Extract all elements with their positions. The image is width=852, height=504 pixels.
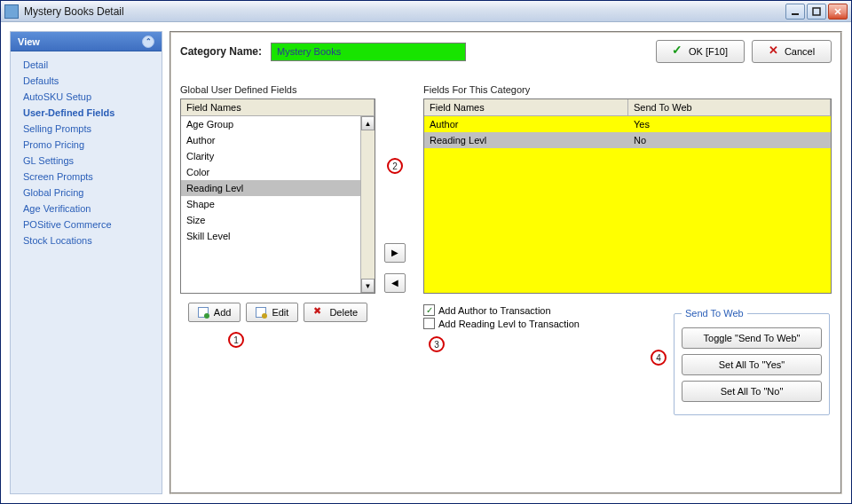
svg-rect-0 — [792, 13, 799, 15]
list-item[interactable]: Shape — [181, 196, 375, 212]
category-name-label: Category Name: — [180, 45, 262, 58]
send-to-web-legend: Send To Web — [682, 308, 747, 319]
header-row: Category Name: OK [F10] Cancel — [180, 40, 832, 63]
main-panel: Category Name: OK [F10] Cancel — [170, 31, 842, 494]
toggle-send-to-web-button[interactable]: Toggle "Send To Web" — [682, 327, 822, 349]
category-fields-header: Field Names Send To Web — [424, 99, 831, 116]
set-all-no-button[interactable]: Set All To "No" — [682, 381, 822, 402]
delete-button[interactable]: Delete — [304, 303, 367, 322]
send-to-web-group: Send To Web Toggle "Send To Web" Set All… — [674, 308, 830, 415]
svg-rect-1 — [813, 8, 820, 15]
list-item[interactable]: Skill Level — [181, 228, 375, 244]
sidebar-item-selling-prompts[interactable]: Selling Prompts — [11, 121, 162, 137]
list-item[interactable]: Color — [181, 164, 375, 180]
window-controls — [785, 4, 848, 20]
ok-button[interactable]: OK [F10] — [656, 40, 745, 63]
global-fields-listbox[interactable]: Field Names Age Group Author Clarity Col… — [180, 98, 375, 294]
sidebar-item-positive-commerce[interactable]: POSitive Commerce — [11, 217, 162, 232]
maximize-button[interactable] — [807, 4, 826, 20]
set-all-yes-button[interactable]: Set All To "Yes" — [682, 354, 822, 375]
add-button[interactable]: Add — [188, 303, 241, 322]
cross-icon — [769, 46, 779, 57]
sidebar-item-promo-pricing[interactable]: Promo Pricing — [11, 137, 162, 153]
new-doc-icon — [198, 307, 209, 318]
window-title: Mystery Books Detail — [24, 5, 785, 18]
sidebar-item-screen-prompts[interactable]: Screen Prompts — [11, 169, 162, 185]
cancel-button[interactable]: Cancel — [752, 40, 832, 63]
minimize-button[interactable] — [785, 4, 805, 20]
sidebar-item-gl-settings[interactable]: GL Settings — [11, 153, 162, 169]
table-row[interactable]: Author Yes — [424, 116, 831, 132]
scroll-down-icon[interactable]: ▼ — [361, 279, 375, 293]
delete-icon — [313, 307, 324, 318]
global-fields-title: Global User Defined Fields — [180, 84, 375, 95]
sidebar-item-autosku[interactable]: AutoSKU Setup — [11, 89, 162, 105]
category-fields-listbox[interactable]: Field Names Send To Web Author Yes Readi… — [423, 98, 832, 294]
move-left-button[interactable]: ◀ — [384, 273, 406, 293]
right-lower-controls: ✓ Add Author to Transaction Add Reading … — [423, 303, 832, 415]
window-frame: Mystery Books Detail View ⌃ Detail Defau… — [0, 0, 852, 504]
content-area: View ⌃ Detail Defaults AutoSKU Setup Use… — [1, 22, 851, 503]
fields-columns: Global User Defined Fields Field Names A… — [180, 84, 832, 415]
check-icon — [673, 46, 683, 57]
list-item[interactable]: Reading Levl — [181, 180, 375, 196]
sidebar-items: Detail Defaults AutoSKU Setup User-Defin… — [11, 51, 162, 254]
sidebar-header-label: View — [18, 36, 40, 47]
global-fields-header: Field Names — [181, 99, 375, 116]
sidebar-item-defaults[interactable]: Defaults — [11, 73, 162, 89]
scrollbar[interactable]: ▲ ▼ — [360, 116, 375, 293]
collapse-chevron-icon[interactable]: ⌃ — [142, 35, 154, 48]
category-fields-title: Fields For This Category — [423, 84, 832, 95]
close-button[interactable] — [828, 4, 848, 20]
sidebar-item-stock-locations[interactable]: Stock Locations — [11, 232, 162, 248]
list-item[interactable]: Size — [181, 212, 375, 228]
checkbox-icon — [423, 318, 435, 329]
add-reading-checkbox[interactable]: Add Reading Levl to Transaction — [423, 318, 580, 329]
titlebar: Mystery Books Detail — [1, 1, 851, 22]
checkbox-icon: ✓ — [423, 304, 435, 316]
list-item[interactable]: Clarity — [181, 148, 375, 164]
list-item[interactable]: Age Group — [181, 116, 375, 132]
move-right-button[interactable]: ▶ — [384, 243, 406, 263]
scroll-up-icon[interactable]: ▲ — [361, 116, 375, 130]
sidebar-item-age-verification[interactable]: Age Verification — [11, 201, 162, 217]
sidebar-item-udf[interactable]: User-Defined Fields — [11, 105, 162, 121]
sidebar-item-detail[interactable]: Detail — [11, 57, 162, 73]
category-name-input[interactable] — [271, 43, 466, 61]
sidebar-item-global-pricing[interactable]: Global Pricing — [11, 185, 162, 201]
edit-button[interactable]: Edit — [246, 303, 298, 322]
sidebar: View ⌃ Detail Defaults AutoSKU Setup Use… — [10, 31, 162, 494]
cat-header-fieldnames: Field Names — [424, 99, 628, 115]
global-fields-header-cell: Field Names — [181, 99, 375, 115]
add-author-checkbox[interactable]: ✓ Add Author to Transaction — [423, 304, 580, 316]
list-item[interactable]: Author — [181, 132, 375, 148]
table-row[interactable]: Reading Levl No — [424, 132, 831, 148]
cat-header-sendtoweb: Send To Web — [628, 99, 831, 115]
app-icon — [4, 4, 19, 19]
sidebar-header[interactable]: View ⌃ — [11, 32, 162, 51]
edit-doc-icon — [256, 307, 266, 318]
